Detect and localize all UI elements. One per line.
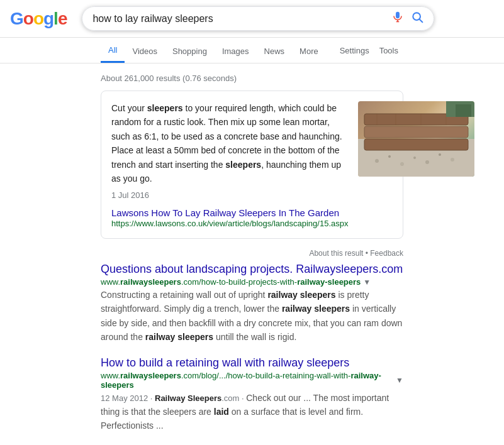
tab-videos[interactable]: Videos <box>125 39 165 62</box>
svg-point-17 <box>425 160 429 164</box>
search-button[interactable] <box>411 11 423 26</box>
mic-icon[interactable] <box>392 11 403 26</box>
featured-url: https://www.lawsons.co.uk/view/article/b… <box>111 219 348 228</box>
tab-more[interactable]: More <box>292 39 326 62</box>
svg-point-14 <box>388 155 391 158</box>
results-count: About 261,000 results (0.76 seconds) <box>101 69 403 91</box>
nav-tabs: All Videos Shopping Images News More Set… <box>0 38 504 63</box>
tab-news[interactable]: News <box>257 39 293 62</box>
settings-link[interactable]: Settings <box>335 38 374 63</box>
svg-rect-5 <box>364 126 468 138</box>
tab-images[interactable]: Images <box>215 39 257 62</box>
result-url: www.railwaysleepers.com/how-to-build-pro… <box>101 277 361 287</box>
featured-image <box>358 101 474 177</box>
result-url-row: www.railwaysleepers.com/blog/.../how-to-… <box>101 371 403 390</box>
tools-link[interactable]: Tools <box>374 38 403 63</box>
result-dropdown-icon[interactable]: ▼ <box>363 278 371 287</box>
svg-point-19 <box>451 158 454 162</box>
results-area: About 261,000 results (0.76 seconds) Cut… <box>0 63 504 445</box>
tab-all[interactable]: All <box>101 38 125 63</box>
result-item: Questions about landscaping projects. Ra… <box>101 263 403 343</box>
about-result: About this result • Feedback <box>101 249 403 258</box>
search-input[interactable] <box>92 13 392 25</box>
header: Google <box>0 0 504 38</box>
svg-point-13 <box>375 159 379 163</box>
result-meta: 12 May 2012 · Railway Sleepers.com · <box>101 393 246 403</box>
result-item: How to build a retaining wall with railw… <box>101 356 403 433</box>
featured-snippet-text: Cut your sleepers to your required lengt… <box>111 101 348 185</box>
result-title[interactable]: Questions about landscaping projects. Ra… <box>101 263 403 275</box>
svg-rect-21 <box>456 104 471 117</box>
result-url-row: www.railwaysleepers.com/how-to-build-pro… <box>101 277 403 287</box>
google-logo: Google <box>10 9 67 29</box>
featured-link[interactable]: Lawsons How To Lay Railway Sleepers In T… <box>111 207 339 218</box>
result-snippet: Constructing a retaining wall out of upr… <box>101 288 403 343</box>
tab-shopping[interactable]: Shopping <box>165 39 215 62</box>
result-dropdown-icon[interactable]: ▼ <box>396 376 403 385</box>
svg-line-1 <box>420 19 423 23</box>
result-title[interactable]: How to build a retaining wall with railw… <box>101 356 349 369</box>
featured-snippet: Cut your sleepers to your required lengt… <box>101 91 403 239</box>
featured-image-visual <box>358 101 474 177</box>
search-bar <box>82 6 434 31</box>
svg-rect-7 <box>364 139 468 150</box>
svg-point-15 <box>400 162 404 166</box>
result-snippet: 12 May 2012 · Railway Sleepers.com · Che… <box>101 391 403 433</box>
svg-point-16 <box>413 157 416 159</box>
featured-date: 1 Jul 2016 <box>111 190 348 200</box>
svg-point-18 <box>439 153 441 156</box>
result-url: www.railwaysleepers.com/blog/.../how-to-… <box>101 371 393 390</box>
